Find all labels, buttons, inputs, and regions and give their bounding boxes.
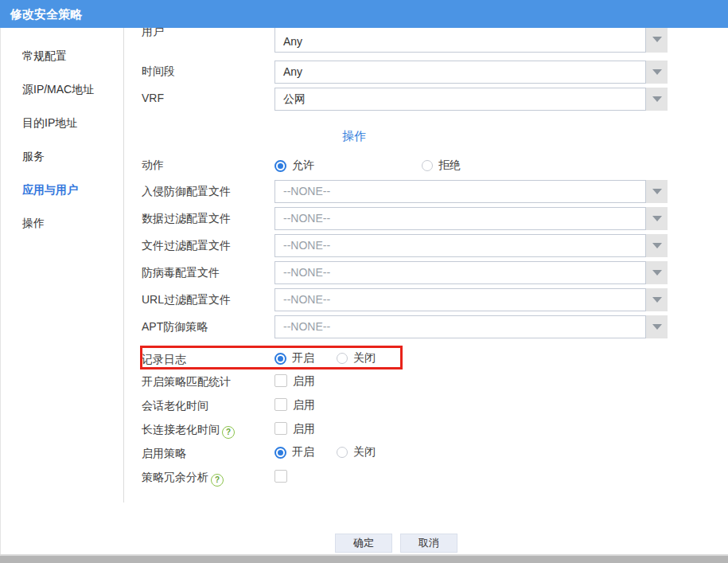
ok-button[interactable]: 确定 [335,534,392,553]
vrf-select[interactable]: 公网 [274,88,646,111]
sidebar-item-action[interactable]: 操作 [22,217,45,230]
radio-log-off-label: 关闭 [353,351,376,366]
redundancy-text: 策略冗余分析 [142,471,208,483]
url-filter-select[interactable]: --NONE-- [274,288,646,311]
radio-deny[interactable]: 拒绝 [422,159,461,172]
ips-profile-value: --NONE-- [283,185,330,197]
chevron-down-icon [652,189,662,194]
user-select-value: Any [283,35,302,48]
sidebar-item-general-config[interactable]: 常规配置 [22,49,67,63]
log-label: 记录日志 [142,352,186,366]
radio-allow[interactable]: 允许 [274,159,314,172]
radio-selected-icon [274,353,286,365]
radio-policy-off[interactable]: 关闭 [337,446,376,459]
url-filter-label: URL过滤配置文件 [142,292,231,307]
ips-profile-select-arrow[interactable] [646,180,668,203]
radio-deny-label: 拒绝 [438,158,461,173]
long-conn-aging-enable-label[interactable]: 启用 [293,422,315,435]
long-conn-aging-label: 长连接老化时间? [142,422,235,436]
section-title-action: 操作 [342,129,366,144]
help-icon[interactable]: ? [211,474,224,487]
radio-policy-on[interactable]: 开启 [274,446,314,459]
chevron-down-icon [652,216,662,221]
redundancy-checkbox[interactable] [274,470,287,483]
session-aging-checkbox[interactable] [274,398,287,411]
chevron-down-icon [652,37,662,42]
sidebar-item-dest-ip[interactable]: 目的IP地址 [22,116,77,130]
file-filter-select-arrow[interactable] [646,234,668,257]
url-filter-select-arrow[interactable] [646,288,668,311]
time-range-select-arrow[interactable] [646,61,668,84]
session-aging-label: 会话老化时间 [142,398,208,412]
file-filter-select[interactable]: --NONE-- [274,234,646,257]
vrf-label: VRF [142,91,164,105]
apt-policy-label: APT防御策略 [142,319,208,334]
session-aging-enable-label[interactable]: 启用 [293,398,315,411]
ips-profile-select[interactable]: --NONE-- [274,180,646,203]
left-edge-divider [0,28,1,554]
radio-selected-icon [274,160,286,172]
url-filter-value: --NONE-- [283,293,330,306]
file-filter-value: --NONE-- [283,239,330,252]
cancel-button[interactable]: 取消 [400,534,457,553]
policy-match-stats-checkbox[interactable] [274,374,287,387]
radio-policy-on-label: 开启 [292,445,314,459]
data-filter-value: --NONE-- [283,212,330,225]
apt-policy-select-arrow[interactable] [646,315,668,338]
radio-unselected-icon [422,160,433,171]
data-filter-select[interactable]: --NONE-- [274,207,646,230]
sidebar-item-source-ip-mac[interactable]: 源IP/MAC地址 [22,83,94,96]
chevron-down-icon [652,96,662,102]
radio-log-on[interactable]: 开启 [274,352,314,365]
ips-profile-label: 入侵防御配置文件 [142,184,231,198]
sidebar-item-service[interactable]: 服务 [22,150,45,163]
radio-log-off[interactable]: 关闭 [337,352,376,365]
data-filter-label: 数据过滤配置文件 [142,211,231,225]
user-select-arrow[interactable] [646,26,668,53]
chevron-down-icon [652,69,662,75]
sidebar-divider [123,28,124,502]
policy-match-stats-label: 开启策略匹配统计 [142,374,231,389]
apt-policy-select[interactable]: --NONE-- [274,315,646,338]
time-range-select[interactable]: Any [274,61,646,84]
enable-policy-label: 启用策略 [142,446,186,460]
radio-unselected-icon [337,447,348,458]
sidebar-item-app-user[interactable]: 应用与用户 [22,183,78,197]
chevron-down-icon [652,324,662,330]
vrf-select-value: 公网 [283,92,306,105]
action-label: 动作 [142,158,164,172]
antivirus-label: 防病毒配置文件 [142,265,220,280]
modify-security-policy-dialog: 修改安全策略 常规配置 源IP/MAC地址 目的IP地址 服务 应用与用户 操作… [0,0,728,563]
help-icon[interactable]: ? [222,426,235,439]
window-bottom-edge [0,554,728,563]
chevron-down-icon [652,270,662,276]
time-range-label: 时间段 [142,64,175,78]
dialog-title: 修改安全策略 [10,7,82,21]
long-conn-aging-checkbox[interactable] [274,422,287,435]
policy-match-stats-enable-label[interactable]: 启用 [293,374,315,387]
dialog-titlebar: 修改安全策略 [0,0,728,28]
redundancy-label: 策略冗余分析? [142,470,224,484]
file-filter-label: 文件过滤配置文件 [142,238,231,252]
radio-policy-off-label: 关闭 [353,445,376,459]
data-filter-select-arrow[interactable] [646,207,668,230]
antivirus-select[interactable]: --NONE-- [274,261,646,284]
radio-unselected-icon [337,353,348,364]
antivirus-select-arrow[interactable] [646,261,668,284]
chevron-down-icon [652,243,662,248]
long-conn-aging-text: 长连接老化时间 [142,423,220,436]
vrf-select-arrow[interactable] [646,88,668,111]
time-range-select-value: Any [283,65,302,78]
antivirus-value: --NONE-- [283,266,330,279]
radio-selected-icon [274,447,286,459]
user-select[interactable]: Any [274,26,646,53]
radio-allow-label: 允许 [292,158,314,173]
radio-log-on-label: 开启 [292,351,314,366]
chevron-down-icon [652,297,662,303]
apt-policy-value: --NONE-- [283,320,330,333]
